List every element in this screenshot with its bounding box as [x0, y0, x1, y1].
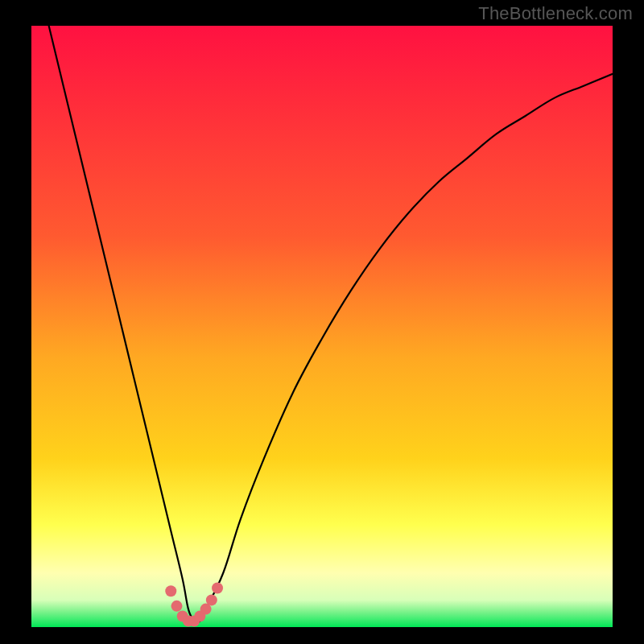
plot-area	[31, 26, 613, 627]
watermark-text: TheBottleneck.com	[478, 3, 633, 24]
highlight-dot	[165, 585, 176, 597]
bottleneck-chart	[31, 26, 613, 627]
highlight-dot	[212, 582, 223, 593]
highlight-dot	[206, 594, 217, 605]
chart-stage: TheBottleneck.com	[0, 0, 644, 644]
highlight-dot	[171, 601, 183, 612]
